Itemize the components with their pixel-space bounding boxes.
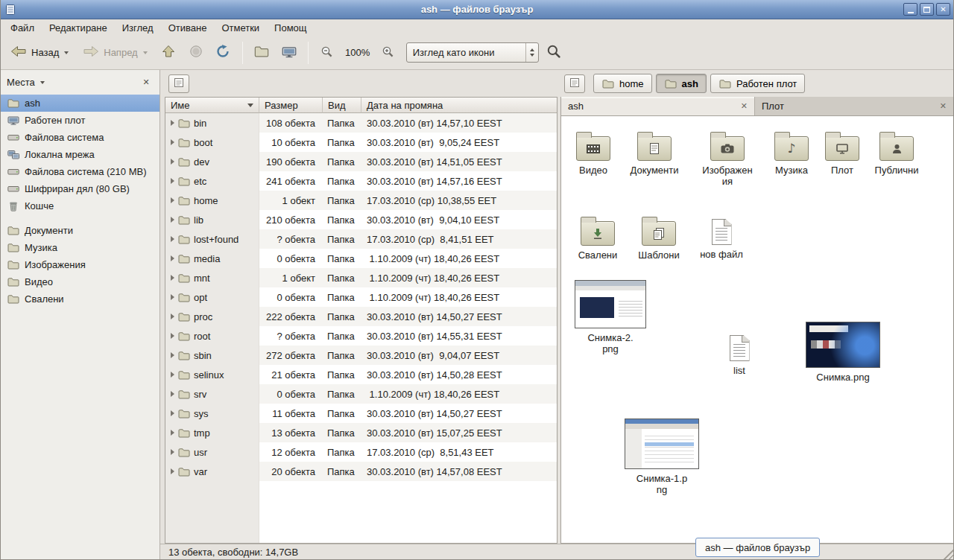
tree-row-etc[interactable]: etc241 обектаПапка30.03.2010 (вт) 14,57,…: [165, 171, 557, 191]
expander-icon[interactable]: [171, 139, 174, 145]
expander-icon[interactable]: [171, 372, 174, 378]
icon-view-item-5[interactable]: Публични: [868, 130, 925, 176]
tab-1[interactable]: Плот✕: [755, 97, 953, 115]
sidebar-item-12[interactable]: Свалени: [0, 290, 159, 308]
sidebar-item-11[interactable]: Видео: [0, 273, 159, 290]
tree-row-home[interactable]: home1 обектПапка17.03.2010 (ср) 10,38,55…: [165, 191, 557, 210]
icon-view-item-10[interactable]: list: [727, 331, 752, 376]
icon-view-item-9[interactable]: Снимка-2.png: [573, 280, 648, 354]
icon-view-item-6[interactable]: Свалени: [572, 214, 624, 261]
stop-button[interactable]: [183, 40, 209, 66]
icon-view-item-1[interactable]: Документи: [621, 130, 688, 176]
icon-view-item-3[interactable]: ♪Музика: [767, 130, 816, 176]
breadcrumb-button-0[interactable]: home: [593, 74, 652, 93]
menu-item-5[interactable]: Помощ: [267, 20, 314, 36]
column-header-name[interactable]: Име: [165, 98, 259, 113]
sidebar-item-9[interactable]: Музика: [0, 239, 159, 256]
expander-icon[interactable]: [171, 255, 174, 261]
tab-close-icon[interactable]: ✕: [741, 101, 748, 111]
icon-view-item-0[interactable]: Видео: [569, 130, 617, 176]
menu-item-0[interactable]: Файл: [3, 20, 42, 36]
icon-view-item-7[interactable]: Шаблони: [633, 214, 685, 261]
expander-icon[interactable]: [171, 430, 174, 436]
sidebar-title[interactable]: Места: [7, 77, 35, 88]
minimize-button[interactable]: [903, 3, 917, 16]
sidebar-item-3[interactable]: Локална мрежа: [0, 146, 159, 163]
sidebar-item-4[interactable]: Файлова система (210 MB): [0, 163, 159, 180]
resize-grip[interactable]: [942, 548, 953, 559]
tree-row-selinux[interactable]: selinux21 обектаПапка30.03.2010 (вт) 14,…: [165, 365, 557, 384]
expander-icon[interactable]: [171, 352, 174, 358]
tree-row-bin[interactable]: bin108 обектаПапка30.03.2010 (вт) 14,57,…: [165, 113, 557, 133]
computer-button[interactable]: [277, 40, 302, 66]
tree-row-mnt[interactable]: mnt1 обектПапка 1.10.2009 (чт) 18,40,26 …: [165, 268, 557, 287]
toggle-location-entry-button[interactable]: [564, 74, 585, 93]
column-header-date[interactable]: Дата на промяна: [361, 98, 557, 113]
sidebar-item-0[interactable]: ash: [0, 95, 159, 112]
sidebar-item-2[interactable]: Файлова система: [0, 129, 159, 146]
sidebar-item-8[interactable]: Документи: [0, 222, 159, 239]
menu-item-2[interactable]: Изглед: [115, 20, 161, 36]
toggle-location-entry-button[interactable]: [168, 74, 189, 93]
expander-icon[interactable]: [171, 178, 174, 184]
expander-icon[interactable]: [171, 294, 174, 300]
expander-icon[interactable]: [171, 197, 174, 203]
forward-button[interactable]: Напред: [77, 40, 153, 66]
reload-button[interactable]: [211, 40, 236, 66]
tree-row-usr[interactable]: usr12 обектаПапка17.03.2010 (ср) 8,51,43…: [165, 442, 557, 462]
tree-row-root[interactable]: root? обектаПапка30.03.2010 (вт) 14,55,3…: [165, 326, 557, 346]
expander-icon[interactable]: [171, 468, 174, 474]
menu-item-4[interactable]: Отметки: [214, 20, 267, 36]
column-header-size[interactable]: Размер: [259, 98, 323, 113]
tree-row-opt[interactable]: opt0 обектаПапка 1.10.2009 (чт) 18,40,26…: [165, 287, 557, 307]
expander-icon[interactable]: [171, 275, 174, 281]
tree-row-dev[interactable]: dev190 обектаПапка30.03.2010 (вт) 14,51,…: [165, 152, 557, 171]
expander-icon[interactable]: [171, 236, 174, 242]
view-mode-select[interactable]: Изглед като икони: [406, 42, 539, 63]
menu-item-1[interactable]: Редактиране: [42, 20, 115, 36]
tree-row-media[interactable]: media0 обектаПапка 1.10.2009 (чт) 18,40,…: [165, 249, 557, 268]
up-button[interactable]: [156, 40, 181, 66]
expander-icon[interactable]: [171, 217, 174, 223]
tree-row-sys[interactable]: sys11 обектаПапка30.03.2010 (вт) 14,50,2…: [165, 404, 557, 423]
tab-close-icon[interactable]: ✕: [940, 101, 947, 111]
zoom-out-button[interactable]: [315, 40, 340, 66]
tree-row-lost+found[interactable]: lost+found? обектаПапка17.03.2010 (ср) 8…: [165, 229, 557, 249]
icon-view-item-8[interactable]: нов файл: [697, 214, 746, 260]
column-header-type[interactable]: Вид: [323, 98, 361, 113]
icon-view-item-2[interactable]: Изображения: [700, 130, 755, 187]
breadcrumb-button-2[interactable]: Работен плот: [710, 74, 805, 93]
back-button[interactable]: Назад: [4, 40, 75, 66]
tree-row-boot[interactable]: boot10 обектаПапка30.03.2010 (вт) 9,05,2…: [165, 133, 557, 152]
tab-0[interactable]: ash✕: [561, 97, 755, 115]
expander-icon[interactable]: [171, 314, 174, 319]
titlebar[interactable]: ash — файлов браузър ✕: [0, 0, 954, 19]
maximize-button[interactable]: [920, 3, 934, 16]
tree-row-tmp[interactable]: tmp13 обектаПапка30.03.2010 (вт) 15,07,2…: [165, 423, 557, 442]
icon-view-item-12[interactable]: Снимка-1.png: [624, 419, 700, 495]
menu-item-3[interactable]: Отиване: [161, 20, 215, 36]
sidebar-item-10[interactable]: Изображения: [0, 256, 159, 273]
sidebar-item-6[interactable]: Кошче: [0, 197, 159, 214]
sidebar-close-button[interactable]: ✕: [139, 76, 153, 89]
expander-icon[interactable]: [171, 391, 174, 397]
expander-icon[interactable]: [171, 159, 174, 165]
expander-icon[interactable]: [171, 333, 174, 339]
zoom-in-button[interactable]: [376, 40, 401, 66]
tree-row-lib[interactable]: lib210 обектаПапка30.03.2010 (вт) 9,04,1…: [165, 210, 557, 229]
icon-view-item-4[interactable]: Плот: [819, 130, 865, 176]
expander-icon[interactable]: [171, 410, 174, 416]
tree-row-proc[interactable]: proc222 обектаПапка30.03.2010 (вт) 14,50…: [165, 307, 557, 326]
home-button[interactable]: [249, 40, 274, 66]
expander-icon[interactable]: [171, 449, 174, 455]
tree-row-sbin[interactable]: sbin272 обектаПапка30.03.2010 (вт) 9,04,…: [165, 346, 557, 365]
icon-view-item-11[interactable]: Снимка.png: [804, 322, 882, 383]
sidebar-item-5[interactable]: Шифриран дял (80 GB): [0, 180, 159, 197]
tree-row-var[interactable]: var20 обектаПапка30.03.2010 (вт) 14,57,0…: [165, 462, 557, 481]
search-button[interactable]: [541, 40, 566, 66]
tree-row-srv[interactable]: srv0 обектаПапка 1.10.2009 (чт) 18,40,26…: [165, 384, 557, 404]
close-button[interactable]: ✕: [936, 3, 950, 16]
expander-icon[interactable]: [171, 120, 174, 126]
sidebar-item-1[interactable]: Работен плот: [0, 112, 159, 129]
breadcrumb-button-1[interactable]: ash: [656, 74, 707, 93]
